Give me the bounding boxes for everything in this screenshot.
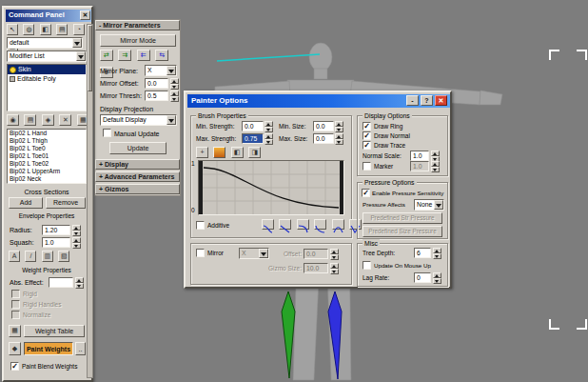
bone-list-item[interactable]: Bip02 L Toe01 bbox=[8, 152, 86, 160]
max-size-spinner[interactable] bbox=[335, 133, 343, 145]
paste-envelope-icon[interactable]: ▧ bbox=[58, 251, 69, 262]
help-icon[interactable]: ? bbox=[421, 95, 433, 106]
pin-stack-icon[interactable]: ◉ bbox=[7, 114, 19, 126]
gizmo-size-spinner[interactable] bbox=[330, 263, 339, 274]
falloff-curve-graph[interactable] bbox=[198, 160, 344, 215]
remove-modifier-icon[interactable]: ✕ bbox=[59, 114, 71, 126]
paint-blend-weights-checkbox[interactable]: ✓ bbox=[10, 362, 19, 371]
add-cross-section-button[interactable]: Add bbox=[9, 197, 43, 209]
bone-list-item[interactable]: Bip02 L Toe0 bbox=[8, 145, 86, 152]
tree-depth-spinner[interactable] bbox=[433, 248, 441, 259]
create-tab-icon[interactable]: ↖ bbox=[7, 24, 18, 35]
falloff-preset-slow-icon[interactable] bbox=[297, 219, 309, 230]
max-size-field[interactable]: 0.0 bbox=[313, 133, 334, 144]
mirror-thresh-field[interactable]: 0.5 bbox=[145, 90, 168, 101]
brush-options-icon[interactable]: ◨ bbox=[248, 147, 261, 158]
modifier-stack-list[interactable]: Skin Editable Poly bbox=[7, 64, 87, 111]
bone-list-item[interactable]: Bip02 L UpperArm bbox=[8, 168, 86, 175]
gizmos-rollout-header[interactable]: + Gizmos bbox=[95, 184, 180, 194]
mirror-parameters-rollout-header[interactable]: - Mirror Parameters bbox=[95, 20, 180, 30]
modify-tab-icon[interactable]: ◍ bbox=[23, 24, 34, 35]
falloff-icon[interactable]: / bbox=[25, 251, 36, 262]
mirror-brush-icon[interactable]: ◧ bbox=[231, 147, 244, 158]
bulb-icon[interactable] bbox=[10, 67, 16, 73]
abs-effect-spinner[interactable] bbox=[75, 277, 84, 289]
minimize-icon[interactable]: - bbox=[406, 95, 419, 106]
weight-tool-icon[interactable]: ▦ bbox=[9, 325, 21, 337]
mirror-offset-field[interactable]: 0.0 bbox=[145, 78, 168, 89]
draw-normal-checkbox[interactable]: ✓ bbox=[363, 131, 371, 140]
paint-options-button[interactable]: .. bbox=[75, 342, 86, 355]
draw-trace-checkbox[interactable]: ✓ bbox=[363, 141, 371, 150]
mirror-axis-dropdown[interactable]: X bbox=[239, 248, 269, 259]
modifier-list-dropdown[interactable]: Modifier List bbox=[7, 50, 87, 62]
bone-list-item[interactable]: Bip02 L Hand bbox=[8, 130, 86, 137]
squash-spinner[interactable] bbox=[72, 237, 81, 249]
mirror-plane-dropdown[interactable]: X bbox=[145, 65, 177, 76]
absolute-effect-icon[interactable]: A bbox=[9, 251, 20, 262]
marker-spinner[interactable] bbox=[431, 161, 440, 172]
make-unique-icon[interactable]: ◈ bbox=[42, 114, 54, 126]
paste-green-to-blue-icon[interactable]: ⇉ bbox=[118, 50, 131, 61]
update-on-mouse-up-checkbox[interactable] bbox=[363, 261, 371, 270]
mirror-thresh-spinner[interactable] bbox=[170, 90, 179, 102]
command-panel-titlebar[interactable]: Command Panel ✕ bbox=[6, 10, 91, 22]
rigid-handles-checkbox[interactable] bbox=[11, 300, 20, 309]
paint-weights-button[interactable]: Paint Weights bbox=[24, 342, 73, 355]
curve-left-handle[interactable] bbox=[199, 161, 203, 214]
bone-list-item[interactable]: Bip02 L Toe02 bbox=[8, 160, 86, 168]
mirror-paste-icon[interactable]: ⇄ bbox=[100, 50, 113, 61]
weight-table-button[interactable]: Weight Table bbox=[24, 325, 85, 337]
enable-pressure-checkbox[interactable]: ✓ bbox=[362, 189, 370, 197]
scrollbar-thumb[interactable] bbox=[88, 25, 92, 91]
falloff-gradient-icon[interactable] bbox=[213, 147, 225, 158]
marker-field[interactable]: 1.0 bbox=[410, 161, 429, 171]
hierarchy-tab-icon[interactable]: ◧ bbox=[40, 24, 51, 35]
stack-item-skin[interactable]: Skin bbox=[8, 65, 86, 74]
draw-ring-checkbox[interactable]: ✓ bbox=[363, 122, 371, 131]
squash-field[interactable]: 1.0 bbox=[42, 237, 70, 248]
predefined-size-pressure-button[interactable]: Predefined Size Pressure bbox=[363, 226, 442, 237]
mirror-offset-field[interactable]: 0.0 bbox=[304, 249, 328, 259]
max-strength-spinner[interactable] bbox=[265, 133, 273, 145]
manual-update-checkbox[interactable] bbox=[103, 129, 111, 137]
min-strength-field[interactable]: 0.0 bbox=[242, 121, 264, 131]
mirror-offset-spinner[interactable] bbox=[170, 78, 179, 90]
falloff-preset-dome-icon[interactable] bbox=[332, 219, 344, 230]
radius-spinner[interactable] bbox=[72, 225, 81, 236]
mirror-mode-button[interactable]: Mirror Mode bbox=[100, 34, 176, 47]
copy-envelope-icon[interactable]: ▥ bbox=[42, 251, 53, 262]
stack-item-editable-poly[interactable]: Editable Poly bbox=[8, 74, 86, 84]
rigid-checkbox[interactable] bbox=[11, 290, 20, 298]
paste-blue-to-green-icon[interactable]: ⇇ bbox=[137, 50, 150, 61]
max-strength-field[interactable]: 0.75 bbox=[242, 133, 264, 144]
mirror-offset-spinner[interactable] bbox=[330, 249, 339, 260]
lag-rate-spinner[interactable] bbox=[433, 272, 441, 284]
min-size-field[interactable]: 0.0 bbox=[313, 121, 334, 131]
display-tab-icon[interactable]: ◔ bbox=[73, 24, 85, 35]
painter-options-titlebar[interactable]: Painter Options - ? ✕ bbox=[187, 94, 450, 108]
crosshair-icon[interactable]: + bbox=[196, 147, 208, 158]
radius-field[interactable]: 1.20 bbox=[42, 225, 70, 235]
advanced-parameters-rollout-header[interactable]: + Advanced Parameters bbox=[95, 171, 180, 182]
bone-list-item[interactable]: Bip02 Neck bbox=[8, 175, 86, 183]
paint-tool-icon[interactable]: ◆ bbox=[9, 342, 21, 355]
remove-cross-section-button[interactable]: Remove bbox=[46, 197, 86, 209]
show-end-result-icon[interactable]: ▤ bbox=[24, 114, 36, 126]
min-size-spinner[interactable] bbox=[335, 121, 343, 132]
command-panel-scrollbar[interactable] bbox=[87, 24, 93, 378]
falloff-preset-linear-icon[interactable] bbox=[279, 219, 291, 230]
motion-tab-icon[interactable]: ▤ bbox=[56, 24, 68, 35]
mirror-checkbox[interactable] bbox=[196, 249, 205, 257]
curve-right-handle[interactable] bbox=[340, 161, 343, 214]
close-icon[interactable]: ✕ bbox=[435, 95, 447, 106]
normalize-checkbox[interactable] bbox=[11, 311, 20, 319]
predefined-str-pressure-button[interactable]: Predefined Str Pressure bbox=[363, 212, 442, 224]
mirror-verts-icon[interactable]: ⇆ bbox=[155, 50, 168, 61]
bone-list-item[interactable]: Bip02 L Thigh bbox=[8, 137, 86, 145]
pressure-affects-dropdown[interactable]: None bbox=[414, 199, 444, 211]
update-button[interactable]: Update bbox=[109, 142, 167, 154]
object-name-dropdown[interactable]: default bbox=[7, 37, 83, 49]
min-strength-spinner[interactable] bbox=[265, 121, 273, 132]
lag-rate-field[interactable]: 0 bbox=[414, 272, 431, 283]
